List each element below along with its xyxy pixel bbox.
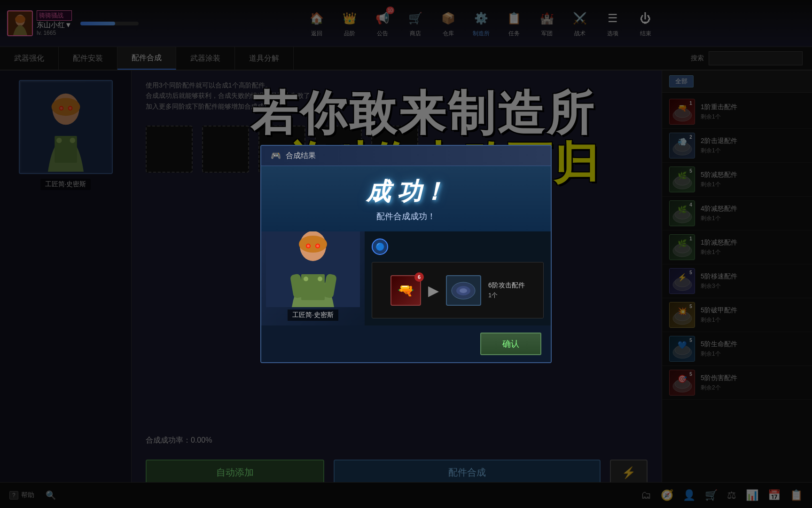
result-item-target [446,275,481,306]
success-text: 成 功！ [271,175,541,208]
result-icon-row: 🔵 [372,238,544,255]
result-item-name-row: 6阶攻击配件 1个 [488,281,525,300]
modal-char-result: 工匠简·史密斯 🔵 🔫 6 ▶ [261,231,551,325]
svg-point-68 [318,277,322,281]
success-banner: 成 功！ 配件合成成功！ [261,166,551,231]
result-item-name: 6阶攻击配件 [488,281,525,290]
modal-result-area: 🔵 🔫 6 ▶ [365,231,551,325]
result-item-icon: 🔫 6 [390,275,421,306]
result-badge-icon: 🔵 [372,238,388,255]
steam-icon: 🎮 [271,151,281,161]
modal-char-image [266,231,360,307]
svg-point-74 [460,288,467,293]
svg-point-67 [304,277,308,281]
modal-title-bar: 🎮 合成结果 [261,146,551,166]
svg-point-64 [307,245,310,247]
confirm-button[interactable]: 确认 [480,333,541,355]
result-item-qty: 1个 [488,291,525,300]
modal-char-area: 工匠简·史密斯 [261,231,365,325]
success-subtitle: 配件合成成功！ [271,211,541,222]
result-level-badge: 6 [414,272,424,282]
modal-title-text: 合成结果 [286,151,316,161]
modal-footer: 确认 [261,325,551,362]
synthesis-result-modal: 🎮 合成结果 成 功！ 配件合成成功！ [260,145,552,363]
result-item-box: 🔫 6 ▶ 6阶攻击配件 1个 [372,262,544,318]
svg-point-61 [299,236,327,253]
svg-point-65 [316,245,319,247]
result-arrow-icon: ▶ [428,282,439,299]
modal-char-name: 工匠简·史密斯 [288,310,338,321]
modal-body: 成 功！ 配件合成成功！ [261,166,551,325]
